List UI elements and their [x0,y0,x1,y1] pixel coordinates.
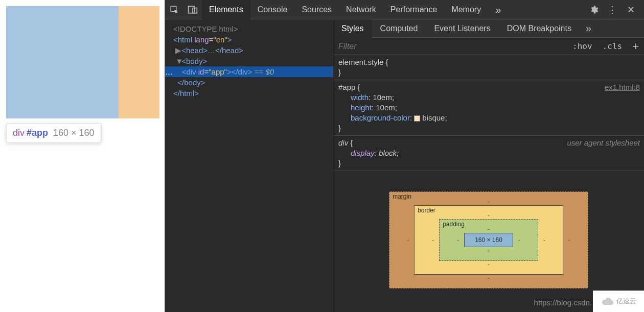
stabs-more-icon[interactable]: » [580,22,597,34]
styles-filter-input[interactable] [333,42,567,51]
tooltip-selector: #app [27,128,48,138]
devtools-body: <!DOCTYPE html> <html lang="en"> ▶<head>… [165,19,644,312]
device-toggle-icon[interactable] [186,3,200,17]
styles-tabs: Styles Computed Event Listeners DOM Brea… [333,19,644,38]
stab-dom-breakpoints[interactable]: DOM Breakpoints [499,19,580,38]
border-label: border [418,207,435,214]
dom-html-close[interactable]: </html> [165,88,333,99]
yisu-logo-watermark: 亿速云 [593,291,644,312]
tooltip-tag: div [13,128,25,138]
tab-memory[interactable]: Memory [444,0,488,19]
toolbar-right: ⋮ ✕ [585,3,644,17]
cloud-icon [601,296,614,306]
tab-performance[interactable]: Performance [383,0,445,19]
page-viewport: div#app160 × 160 [0,0,165,312]
inspect-icon[interactable] [167,3,181,17]
box-model-diagram[interactable]: margin - - border - - [389,191,588,289]
rule-source-link[interactable]: ex1.html:8 [605,82,640,92]
svg-rect-1 [189,6,195,13]
app-element-highlight [6,6,119,118]
tabs-more-icon[interactable]: » [488,0,508,19]
ua-stylesheet-note: user agent stylesheet [567,138,640,148]
padding-label: padding [443,221,465,228]
svg-rect-2 [193,8,197,13]
tooltip-dimensions: 160 × 160 [53,128,95,138]
stab-event-listeners[interactable]: Event Listeners [426,19,498,38]
kebab-icon[interactable]: ⋮ [605,3,619,17]
csdn-watermark: https://blog.csdn. [534,298,592,307]
page-body-box [6,6,159,118]
tab-console[interactable]: Console [250,0,295,19]
dom-html-open[interactable]: <html lang="en"> [165,34,333,45]
dom-selected-div[interactable]: … <div id="app"></div> == $0 [165,66,333,77]
devtools-toolbar: Elements Console Sources Network Perform… [165,0,644,19]
tab-sources[interactable]: Sources [294,0,339,19]
styles-panel: Styles Computed Event Listeners DOM Brea… [333,19,644,312]
stab-styles[interactable]: Styles [333,19,372,38]
margin-label: margin [393,193,411,200]
stab-computed[interactable]: Computed [372,19,426,38]
devtools-tabs: Elements Console Sources Network Perform… [202,0,585,19]
dom-tree-panel[interactable]: <!DOCTYPE html> <html lang="en"> ▶<head>… [165,19,333,312]
devtools-window: Elements Console Sources Network Perform… [165,0,644,312]
dom-body-close[interactable]: </body> [165,77,333,88]
cls-toggle[interactable]: .cls [597,41,628,51]
element-tooltip: div#app160 × 160 [6,123,101,143]
styles-filter-row: :hov .cls + [333,38,644,55]
gear-icon[interactable] [587,3,601,17]
color-swatch-bisque[interactable] [414,115,420,122]
dom-body-open[interactable]: ▼<body> [165,56,333,66]
tab-network[interactable]: Network [339,0,383,19]
rule-app[interactable]: ex1.html:8 #app { width: 10em; height: 1… [333,80,644,136]
content-box: 160 × 160 [464,233,513,247]
rule-element-style[interactable]: element.style { } [333,55,644,80]
new-rule-button[interactable]: + [627,40,644,53]
close-icon[interactable]: ✕ [624,3,638,17]
dom-head[interactable]: ▶<head>…</head> [165,45,333,56]
tab-elements[interactable]: Elements [202,0,250,19]
rule-div-ua[interactable]: user agent stylesheet div { display: blo… [333,136,644,171]
hov-toggle[interactable]: :hov [567,41,597,51]
dom-doctype[interactable]: <!DOCTYPE html> [165,23,333,34]
